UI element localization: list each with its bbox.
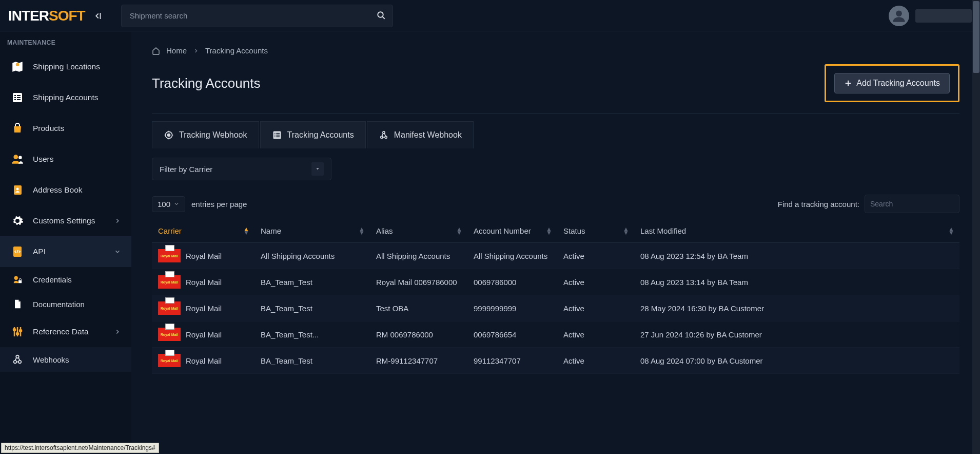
- sidebar-item-products[interactable]: Products: [0, 113, 131, 144]
- sidebar-item-api[interactable]: API: [0, 236, 131, 267]
- user-area[interactable]: [889, 6, 972, 26]
- col-account-number[interactable]: Account Number▲▼: [467, 219, 557, 243]
- chevron-right-icon: [114, 328, 121, 335]
- home-icon[interactable]: [152, 47, 160, 55]
- table-row[interactable]: Royal MailRoyal Mail BA_Team_Test RM-991…: [152, 348, 959, 374]
- plus-icon: [844, 79, 852, 87]
- sidebar-item-users[interactable]: Users: [0, 144, 131, 175]
- sidebar-collapse-button[interactable]: [90, 8, 106, 24]
- tab-tracking-webhook[interactable]: Tracking Webhook: [152, 121, 259, 148]
- sort-indicator: ▲▼: [359, 228, 365, 235]
- add-button-highlight: Add Tracking Accounts: [825, 64, 959, 102]
- svg-rect-6: [14, 97, 16, 98]
- carrier-name: Royal Mail: [186, 330, 222, 339]
- sidebar-item-label: Customs Settings: [33, 216, 95, 225]
- sidebar-item-address-book[interactable]: Address Book: [0, 175, 131, 205]
- col-carrier[interactable]: Carrier ▲▼: [152, 219, 254, 243]
- add-tracking-accounts-button[interactable]: Add Tracking Accounts: [834, 73, 950, 93]
- webhook-icon: [10, 352, 25, 367]
- tab-label: Manifest Webhook: [394, 130, 462, 140]
- breadcrumb-home[interactable]: Home: [166, 46, 187, 55]
- divider: [152, 113, 959, 114]
- royal-mail-logo: Royal Mail: [158, 249, 181, 262]
- svg-point-34: [383, 131, 385, 134]
- sliders-icon: [10, 325, 25, 339]
- filter-by-carrier-dropdown[interactable]: Filter by Carrier: [152, 158, 331, 180]
- sidebar-item-label: Shipping Accounts: [33, 93, 99, 102]
- cell-status: Active: [557, 321, 634, 348]
- avatar[interactable]: [889, 6, 909, 26]
- shipment-search-input[interactable]: [121, 5, 393, 27]
- tab-manifest-webhook[interactable]: Manifest Webhook: [367, 121, 474, 148]
- add-button-label: Add Tracking Accounts: [856, 79, 940, 88]
- svg-rect-30: [275, 137, 276, 138]
- logo: INTERSOFT: [8, 8, 85, 24]
- royal-mail-logo: Royal Mail: [158, 328, 181, 341]
- page-size-select[interactable]: 100: [152, 196, 185, 212]
- sidebar-item-label: Credentials: [33, 275, 72, 284]
- sidebar-item-documentation[interactable]: Documentation: [0, 292, 131, 316]
- table-row[interactable]: Royal MailRoyal Mail BA_Team_Test Test O…: [152, 295, 959, 321]
- sidebar-item-label: Reference Data: [33, 327, 89, 336]
- cell-account: 0069786654: [467, 321, 557, 348]
- svg-point-11: [18, 156, 22, 160]
- sort-indicator: ▲▼: [243, 228, 249, 235]
- sidebar-item-label: Shipping Locations: [33, 62, 100, 71]
- col-last-modified[interactable]: Last Modified▲▼: [634, 219, 959, 243]
- find-account-label: Find a tracking account:: [778, 200, 859, 209]
- sidebar-item-credentials[interactable]: Credentials: [0, 267, 131, 292]
- table-row[interactable]: Royal MailRoyal Mail BA_Team_Test Royal …: [152, 269, 959, 295]
- svg-point-13: [16, 188, 19, 191]
- svg-point-24: [168, 134, 170, 137]
- tab-tracking-accounts[interactable]: Tracking Accounts: [260, 121, 366, 148]
- svg-rect-29: [276, 135, 280, 136]
- chevron-right-icon: [193, 48, 199, 54]
- cell-status: Active: [557, 243, 634, 269]
- cell-account: 0069786000: [467, 269, 557, 295]
- svg-point-15: [14, 276, 18, 280]
- svg-rect-5: [17, 95, 21, 96]
- find-account-input[interactable]: [865, 195, 959, 213]
- credentials-icon: [10, 272, 25, 287]
- svg-point-17: [13, 329, 15, 331]
- sidebar-item-label: Documentation: [33, 300, 85, 309]
- table-row[interactable]: Royal MailRoyal Mail BA_Team_Test... RM …: [152, 321, 959, 348]
- topbar: INTERSOFT: [0, 0, 980, 32]
- svg-point-1: [896, 10, 902, 16]
- cell-name: BA_Team_Test: [254, 348, 370, 374]
- sidebar-item-webhooks[interactable]: Webhooks: [0, 347, 131, 372]
- sidebar-item-label: Products: [33, 124, 64, 133]
- col-alias[interactable]: Alias▲▼: [370, 219, 467, 243]
- svg-rect-28: [275, 135, 276, 136]
- sort-indicator: ▲▼: [948, 228, 954, 235]
- sidebar-item-shipping-accounts[interactable]: Shipping Accounts: [0, 82, 131, 113]
- cell-modified: 08 Aug 2023 13:14 by BA Team: [634, 269, 959, 295]
- svg-rect-26: [275, 133, 276, 134]
- col-status[interactable]: Status▲▼: [557, 219, 634, 243]
- svg-rect-27: [276, 133, 280, 134]
- sort-indicator: ▲▼: [456, 228, 462, 235]
- sidebar-item-customs-settings[interactable]: Customs Settings: [0, 205, 131, 236]
- table-row[interactable]: Royal MailRoyal Mail All Shipping Accoun…: [152, 243, 959, 269]
- col-name[interactable]: Name▲▼: [254, 219, 370, 243]
- search-icon[interactable]: [377, 11, 386, 20]
- royal-mail-logo: Royal Mail: [158, 354, 181, 367]
- entries-per-page-label: entries per page: [191, 200, 247, 209]
- cell-modified: 08 Aug 2024 07:00 by BA Customer: [634, 348, 959, 374]
- logo-part2: SOFT: [49, 8, 85, 24]
- svg-point-33: [385, 136, 387, 138]
- svg-rect-8: [14, 99, 16, 100]
- svg-point-0: [378, 12, 383, 17]
- scrollbar-thumb[interactable]: [973, 1, 979, 73]
- caret-down-icon: [311, 162, 324, 176]
- svg-point-10: [13, 155, 18, 159]
- scrollbar[interactable]: [972, 0, 980, 454]
- cell-alias: RM-99112347707: [370, 348, 467, 374]
- sidebar-item-shipping-locations[interactable]: Shipping Locations: [0, 51, 131, 82]
- sidebar-item-reference-data[interactable]: Reference Data: [0, 316, 131, 347]
- sidebar-item-label: Webhooks: [33, 355, 69, 364]
- cell-modified: 27 Jun 2024 10:26 by BA Customer: [634, 321, 959, 348]
- chevron-down-icon: [173, 201, 180, 207]
- sidebar-item-label: Users: [33, 155, 53, 164]
- bag-icon: [10, 121, 25, 136]
